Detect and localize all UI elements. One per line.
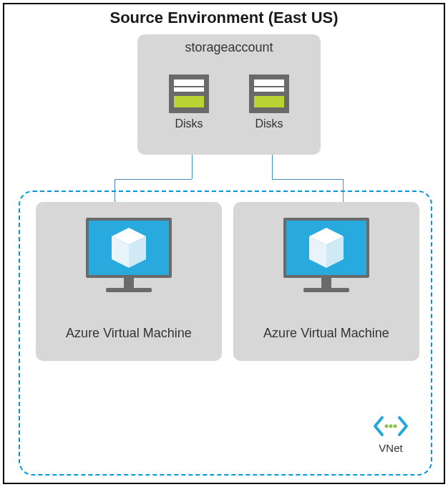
vnet-icon-group: VNet: [372, 415, 409, 454]
vm-label: Azure Virtual Machine: [233, 326, 419, 341]
storage-account-group: storageaccount Disks Disks: [137, 34, 321, 155]
connector-line: [272, 155, 273, 179]
disk-label: Disks: [162, 117, 216, 130]
vm-label: Azure Virtual Machine: [36, 326, 222, 341]
vnet-label: VNet: [372, 442, 409, 454]
connector-line: [192, 155, 193, 179]
vm-group: Azure Virtual Machine: [36, 202, 222, 361]
diagram-title: Source Environment (East US): [4, 9, 444, 27]
svg-point-6: [385, 425, 389, 428]
disk-icon: Disks: [169, 74, 209, 113]
svg-point-7: [389, 425, 393, 428]
vnet-group: Subnet1 Azure Virtual Machine: [19, 191, 432, 476]
disk-label: Disks: [242, 117, 296, 130]
connector-line: [272, 179, 344, 180]
virtual-machine-icon: [283, 218, 369, 292]
disk-icon: Disks: [249, 74, 289, 113]
subnet-label: Subnet1: [99, 397, 357, 409]
vm-group: Azure Virtual Machine: [233, 202, 419, 361]
virtual-machine-icon: [86, 218, 172, 292]
vnet-icon: [372, 415, 409, 438]
svg-point-8: [394, 425, 397, 428]
diagram-frame: Source Environment (East US) storageacco…: [3, 3, 445, 484]
connector-line: [115, 179, 192, 180]
storage-account-label: storageaccount: [137, 40, 321, 55]
